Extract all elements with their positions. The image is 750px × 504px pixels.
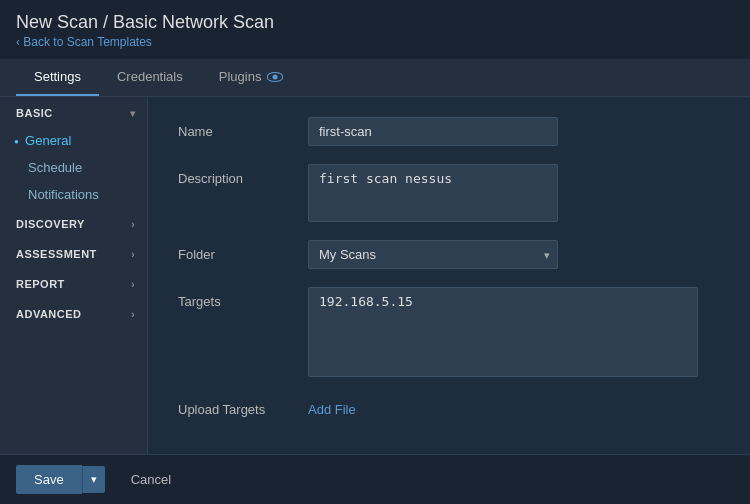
chevron-right-icon: ›	[131, 219, 135, 230]
form-row-targets: Targets 192.168.5.15	[178, 287, 720, 377]
form-row-name: Name	[178, 117, 720, 146]
name-input[interactable]	[308, 117, 558, 146]
folder-select[interactable]: My Scans Trash	[308, 240, 558, 269]
save-dropdown-button[interactable]: ▾	[82, 466, 105, 493]
add-file-link[interactable]: Add File	[308, 395, 356, 417]
sidebar-item-schedule[interactable]: Schedule	[0, 154, 147, 181]
tab-settings[interactable]: Settings	[16, 59, 99, 96]
folder-select-wrapper: My Scans Trash ▾	[308, 240, 558, 269]
eye-icon	[267, 72, 283, 82]
main-content: BASIC ▾ General Schedule Notifications D…	[0, 97, 750, 501]
sidebar-section-discovery[interactable]: DISCOVERY ›	[0, 208, 147, 238]
page-title: New Scan / Basic Network Scan	[16, 12, 734, 33]
footer: Save ▾ Cancel	[0, 454, 750, 504]
sidebar-section-report[interactable]: REPORT ›	[0, 268, 147, 298]
chevron-right-icon: ›	[131, 249, 135, 260]
page-header: New Scan / Basic Network Scan ‹ Back to …	[0, 0, 750, 53]
form-row-description: Description first scan nessus	[178, 164, 720, 222]
tab-plugins[interactable]: Plugins	[201, 59, 302, 96]
description-label: Description	[178, 164, 308, 186]
form-row-folder: Folder My Scans Trash ▾	[178, 240, 720, 269]
form-area: Name Description first scan nessus Folde…	[148, 97, 750, 501]
sidebar-item-notifications[interactable]: Notifications	[0, 181, 147, 208]
sidebar-section-advanced[interactable]: ADVANCED ›	[0, 298, 147, 328]
description-input[interactable]: first scan nessus	[308, 164, 558, 222]
name-label: Name	[178, 117, 308, 139]
cancel-button[interactable]: Cancel	[113, 465, 189, 494]
upload-targets-label: Upload Targets	[178, 395, 308, 417]
tabs-bar: Settings Credentials Plugins	[0, 59, 750, 97]
sidebar-section-basic[interactable]: BASIC ▾	[0, 97, 147, 127]
sidebar-item-general[interactable]: General	[0, 127, 147, 154]
chevron-right-icon: ›	[131, 279, 135, 290]
targets-label: Targets	[178, 287, 308, 309]
save-button[interactable]: Save	[16, 465, 82, 494]
sidebar-section-assessment[interactable]: ASSESSMENT ›	[0, 238, 147, 268]
chevron-down-icon: ▾	[130, 108, 136, 119]
chevron-right-icon: ›	[131, 309, 135, 320]
tab-credentials[interactable]: Credentials	[99, 59, 201, 96]
back-to-templates-link[interactable]: ‹ Back to Scan Templates	[16, 35, 152, 49]
sidebar: BASIC ▾ General Schedule Notifications D…	[0, 97, 148, 501]
targets-input[interactable]: 192.168.5.15	[308, 287, 698, 377]
form-row-upload-targets: Upload Targets Add File	[178, 395, 720, 417]
folder-label: Folder	[178, 240, 308, 262]
